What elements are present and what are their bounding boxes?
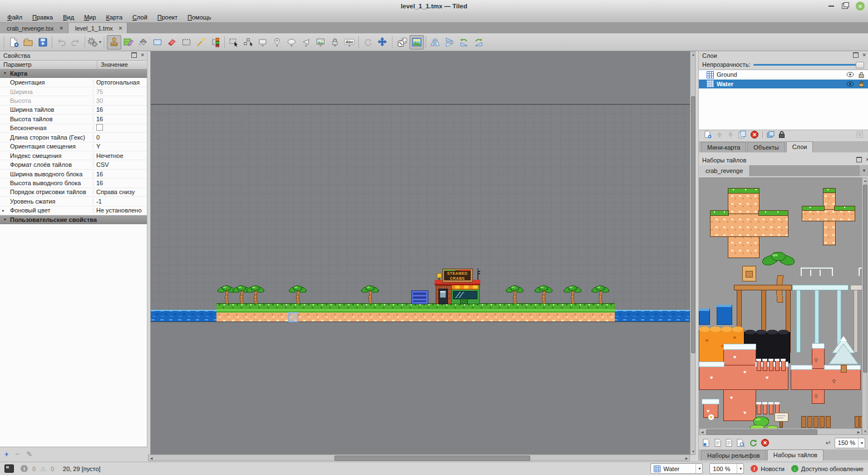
menu-map[interactable]: Карта xyxy=(101,13,127,21)
property-group-custom[interactable]: ▾Пользовательские свойства xyxy=(0,215,147,224)
toolbar-drag-handle[interactable] xyxy=(102,36,106,48)
reload-tileset-button[interactable] xyxy=(748,438,757,447)
insert-point-tool[interactable] xyxy=(270,35,284,50)
current-layer-combo[interactable]: Water ▾ xyxy=(650,463,703,474)
menu-world[interactable]: Мир xyxy=(79,13,101,21)
float-dock-button[interactable] xyxy=(853,52,859,58)
offset-layers-button[interactable] xyxy=(375,35,389,50)
bucket-fill-tool[interactable] xyxy=(136,35,150,50)
insert-polygon-tool[interactable] xyxy=(299,35,313,50)
lock-other-layers-button[interactable] xyxy=(778,131,785,138)
rect-select-tool[interactable] xyxy=(179,35,194,50)
tileset-tab-dropdown[interactable]: ▾ xyxy=(860,165,868,176)
property-row[interactable]: Высота тайлов16 xyxy=(0,115,147,123)
shape-fill-tool[interactable] xyxy=(150,35,165,50)
visibility-eye-icon[interactable] xyxy=(846,72,854,77)
property-row[interactable]: ОриентацияОртогональная xyxy=(0,78,147,87)
tileset-vertical-scrollbar[interactable]: ▲ ▼ xyxy=(862,177,867,435)
lower-layer-button[interactable] xyxy=(727,131,734,138)
toolbar-drag-handle[interactable] xyxy=(2,36,6,48)
random-mode-button[interactable] xyxy=(395,35,410,50)
menu-file[interactable]: Файл xyxy=(2,13,27,21)
property-row[interactable]: Формат слоёв тайловCSV xyxy=(0,160,147,169)
property-group-map[interactable]: ▾Карта xyxy=(0,69,147,78)
property-row[interactable]: Высота выводного блока16 xyxy=(0,179,147,187)
select-objects-tool[interactable] xyxy=(226,35,241,50)
edit-property-button[interactable]: ✎ xyxy=(26,450,32,458)
stamp-brush-tool[interactable] xyxy=(107,35,121,50)
scroll-left-icon[interactable]: ◀ xyxy=(149,455,154,461)
scroll-down-icon[interactable]: ▼ xyxy=(862,429,868,434)
float-dock-button[interactable] xyxy=(131,52,137,58)
menu-edit[interactable]: Правка xyxy=(27,13,58,21)
tileset-tab-crab-revenge[interactable]: crab_revenge xyxy=(699,165,750,176)
tab-tilesets[interactable]: Наборы тайлов xyxy=(767,449,823,461)
zoom-combo[interactable]: 100 % ▾ xyxy=(709,463,744,474)
layer-row-water[interactable]: Water xyxy=(699,80,868,89)
tileset-view[interactable]: ♥♥♥ ♥♥♥ ♥ xyxy=(699,177,862,429)
rotate-right-button[interactable] xyxy=(471,35,486,50)
undo-button[interactable] xyxy=(54,35,68,50)
commands-button[interactable]: ▾ xyxy=(87,35,101,50)
scroll-handle[interactable] xyxy=(691,96,696,353)
property-row[interactable]: Ширина выводного блока16 xyxy=(0,170,147,179)
edit-tileset-button[interactable] xyxy=(714,438,722,447)
same-tile-select-tool[interactable] xyxy=(208,35,223,50)
minimize-button[interactable] xyxy=(828,6,834,7)
dropdown-icon[interactable]: ▾ xyxy=(737,464,742,473)
menu-layer[interactable]: Слой xyxy=(127,13,152,21)
property-row[interactable]: Порядок отрисовки тайловСправа снизу xyxy=(0,188,147,197)
property-row-infinite[interactable]: Бесконечная xyxy=(0,124,147,133)
opacity-slider[interactable] xyxy=(753,61,864,68)
duplicate-layer-button[interactable] xyxy=(738,130,747,139)
canvas-horizontal-scrollbar[interactable]: ◀ ▶ xyxy=(148,454,690,461)
export-tileset-button[interactable] xyxy=(725,438,733,447)
edit-polygons-tool[interactable] xyxy=(241,35,255,50)
property-row[interactable]: Уровень сжатия-1 xyxy=(0,197,147,206)
lock-icon[interactable] xyxy=(859,72,864,78)
column-value[interactable]: Значение xyxy=(97,61,128,70)
visibility-eye-icon[interactable] xyxy=(846,81,854,87)
insert-tile-tool[interactable] xyxy=(313,35,328,50)
remove-property-button[interactable]: − xyxy=(16,450,20,458)
column-param[interactable]: Параметр xyxy=(0,61,97,70)
opacity-slider-handle[interactable] xyxy=(856,62,864,68)
open-file-button[interactable] xyxy=(21,35,36,50)
dropdown-icon[interactable]: ▾ xyxy=(696,464,701,473)
rotate-objects-button[interactable] xyxy=(361,35,375,50)
tab-terrain-sets[interactable]: Наборы рельефов xyxy=(701,450,766,461)
remove-layer-button[interactable] xyxy=(750,130,759,139)
highlight-current-layer-toggle[interactable] xyxy=(855,130,864,139)
toolbar-drag-handle[interactable] xyxy=(391,36,394,48)
tab-close-icon[interactable]: ✕ xyxy=(119,26,123,31)
add-property-button[interactable]: + xyxy=(4,450,9,458)
scroll-right-icon[interactable]: ▶ xyxy=(856,429,861,434)
raise-layer-button[interactable] xyxy=(716,131,723,138)
update-available-button[interactable]: ↓ Доступно обновление xyxy=(791,465,864,472)
remove-tileset-button[interactable] xyxy=(761,438,770,447)
lock-icon[interactable] xyxy=(859,81,864,87)
expanded-icon[interactable]: ▾ xyxy=(2,71,8,76)
menu-view[interactable]: Вид xyxy=(58,13,79,21)
layer-row-ground[interactable]: Ground xyxy=(699,70,868,80)
tab-crab-revenge-tsx[interactable]: crab_revenge.tsx ✕ xyxy=(0,23,68,33)
property-row[interactable]: Индекс смещенияНечетное xyxy=(0,151,147,160)
redo-button[interactable] xyxy=(68,35,83,50)
console-toggle-icon[interactable] xyxy=(4,464,14,473)
menu-project[interactable]: Проект xyxy=(152,13,183,21)
flip-horizontal-button[interactable] xyxy=(428,35,442,50)
property-row[interactable]: Длина сторон тайла (Гекс)0 xyxy=(0,133,147,142)
expanded-icon[interactable]: ▾ xyxy=(2,217,8,222)
show-other-layers-button[interactable] xyxy=(766,130,775,139)
insert-ellipse-tool[interactable] xyxy=(284,35,299,50)
menu-help[interactable]: Помощь xyxy=(183,13,216,21)
scroll-up-icon[interactable]: ▲ xyxy=(691,52,696,57)
close-dock-button[interactable]: ✕ xyxy=(140,52,145,58)
terrain-mode-button[interactable] xyxy=(410,35,424,50)
tileset-zoom-combo[interactable]: 150 % ▾ xyxy=(835,438,865,448)
scroll-left-icon[interactable]: ◀ xyxy=(699,429,705,434)
close-dock-button[interactable]: ✕ xyxy=(862,52,866,58)
tileset-properties-button[interactable] xyxy=(736,438,745,447)
tab-layers[interactable]: Слои xyxy=(786,141,813,152)
map-canvas[interactable]: STEAMED CRABS xyxy=(150,51,691,455)
